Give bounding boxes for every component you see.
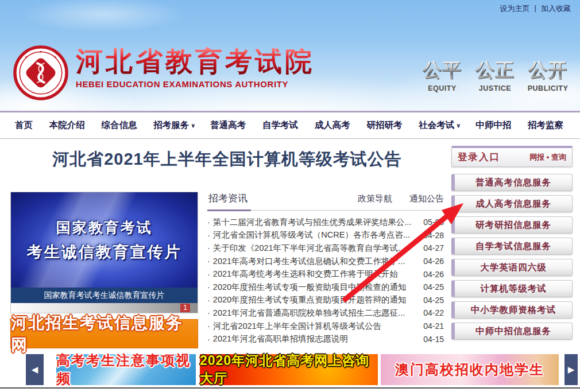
news-item-title: 河北省全国计算机等级考试（NCRE）各市各考点咨... [213, 230, 412, 240]
video-widget[interactable]: 国家教育考试 考生诚信教育宣传片 国家教育考试考生诚信教育宣传片 1 [10, 192, 198, 313]
news-item-title: 第十二届河北省教育考试与招生优秀成果评奖结果公... [213, 217, 412, 228]
sidebar: 登录入口 网报 • 查询 普通高考信息服务成人高考信息服务研考研招信息服务自学考… [451, 146, 573, 348]
banner-exam-notes-video-label: 高考考生注意事项视频 [56, 351, 196, 388]
nav-item-label: 自学考试 [262, 120, 298, 130]
news-item-date: 04-21 [417, 321, 444, 331]
nav-item-label: 中师中招 [475, 120, 511, 130]
news-item-date: 04-26 [417, 270, 444, 279]
sidebar-buttons: 普通高考信息服务成人高考信息服务研考研招信息服务自学考试信息服务大学英语四六级计… [451, 174, 573, 340]
bullet-icon: · [207, 218, 210, 227]
nav-item[interactable]: 成人高考 [315, 119, 352, 131]
main-column: 河北省2021年上半年全国计算机等级考试公告 国家教育考试 考生诚信教育宣传片 … [10, 146, 444, 348]
logo[interactable]: 河北省教育考试院 HEBEI EDUCATION EXAMINATIONS AU… [13, 45, 315, 101]
sidebar-service-button[interactable]: 中小学教师资格考试 [451, 301, 573, 319]
news-item[interactable]: · 2021年河北省普通高职院校单独考试招生二志愿征... 04-22 [207, 306, 444, 320]
nav-item[interactable]: 招考服务∨ [153, 119, 195, 131]
sidebar-service-button-label: 中小学教师资格考试 [471, 304, 556, 316]
news-item-date: 04-15 [417, 335, 444, 344]
set-home-link[interactable]: 设为主页 [500, 3, 530, 14]
news-item[interactable]: · 2020年度招生考试专项重点资助项目开题答辩的通知 04-25 [207, 294, 444, 307]
site-title-block: 河北省教育考试院 HEBEI EDUCATION EXAMINATIONS AU… [76, 45, 315, 89]
video-page-indicator[interactable]: 1 [180, 304, 190, 312]
sidebar-service-button[interactable]: 自学考试信息服务 [451, 238, 573, 255]
login-entry-box: 登录入口 网报 • 查询 [451, 146, 573, 167]
carousel-right-arrow-icon[interactable]: ▶ [564, 354, 578, 385]
news-item[interactable]: · 2021年高考统考考生选科和交费工作将于明天开始 04-26 [207, 267, 444, 281]
banner-macau-recruit-label: 澳门高校招收内地学生 [395, 360, 544, 379]
info-service-banner[interactable]: 河北招生考试信息服务网 [10, 319, 198, 348]
nav-item[interactable]: 普通高考 [210, 119, 248, 131]
nav-item-label: 招考服务 [153, 120, 189, 130]
motto-badge-en: EQUITY [420, 84, 464, 92]
sidebar-service-button[interactable]: 研考研招信息服务 [451, 216, 573, 234]
bullet-icon: · [207, 321, 210, 331]
bullet-icon: · [207, 243, 210, 253]
news-item[interactable]: · 2021年高考对口考生考试信息确认和交费工作将于... 04-26 [207, 255, 444, 268]
carousel-left-arrow-icon[interactable]: ◀ [26, 354, 44, 385]
nav-item[interactable]: 本院介绍 [49, 119, 87, 131]
motto-badge-cn: 公正 [473, 57, 517, 83]
motto-badge: 公平 EQUITY [420, 57, 464, 92]
news-item[interactable]: · 河北省全国计算机等级考试（NCRE）各市各考点咨... 04-28 [207, 229, 444, 242]
nav-item[interactable]: 研招研考 [366, 119, 404, 131]
news-item-title: 2020年度招生考试专项重点资助项目开题答辩的通知 [213, 294, 412, 305]
sidebar-service-button-label: 普通高考信息服务 [475, 177, 551, 189]
sidebar-service-button[interactable]: 普通高考信息服务 [451, 174, 573, 191]
nav-item[interactable]: 招考监察 [528, 119, 565, 131]
nav-item[interactable]: 综合信息 [102, 119, 139, 131]
news-tabs: 招考资讯 政策导航 通知公告 [207, 192, 444, 211]
news-panel: 招考资讯 政策导航 通知公告 · 第十二届河北省教育考试与招生优秀成果评奖结果公… [207, 192, 444, 348]
video-text-line2: 考生诚信教育宣传片 [27, 242, 182, 262]
login-report-query-links[interactable]: 网报 • 查询 [529, 152, 566, 162]
banner-online-consult-hall[interactable]: 2020年河北省高考网上咨询大厅 [200, 354, 378, 385]
nav-item-label: 普通高考 [210, 120, 246, 130]
nav-item-label: 首页 [15, 120, 33, 130]
nav-item[interactable]: 中师中招 [475, 119, 513, 131]
news-item-date: 04-25 [417, 282, 444, 292]
news-item-title: 关于印发《2021年下半年河北省高等教育自学考试... [213, 243, 412, 254]
nav-item[interactable]: 社会考试∨ [419, 119, 461, 131]
video-thumbnail[interactable]: 国家教育考试 考生诚信教育宣传片 [11, 192, 198, 288]
news-item[interactable]: · 关于印发《2021年下半年河北省高等教育自学考试... 04-27 [207, 242, 444, 255]
news-item[interactable]: · 2020年度招生考试专项一般资助项目中期检查的通知 04-25 [207, 281, 444, 294]
news-item-title: 2021年河北省高职单招填报志愿说明 [213, 333, 412, 344]
sidebar-service-button[interactable]: 中师中招信息服务 [451, 323, 573, 340]
sidebar-service-button[interactable]: 计算机等级考试 [451, 280, 573, 297]
tab-notices[interactable]: 通知公告 [409, 193, 444, 210]
sidebar-service-button-label: 自学考试信息服务 [475, 240, 551, 253]
news-item[interactable]: · 2021年河北省高职单招填报志愿说明 04-15 [207, 332, 444, 346]
site-subtitle: HEBEI EDUCATION EXAMINATIONS AUTHORITY [76, 79, 315, 89]
page-title[interactable]: 河北省2021年上半年全国计算机等级考试公告 [10, 148, 444, 171]
seal-logo-icon [13, 45, 69, 101]
video-caption[interactable]: 国家教育考试考生诚信教育宣传片 [11, 288, 198, 303]
motto-badge-en: PUBLICITY [526, 84, 570, 92]
bullet-icon: · [207, 296, 210, 305]
nav-item-label: 招考监察 [528, 120, 563, 130]
nav-item[interactable]: 自学考试 [262, 119, 300, 131]
sidebar-service-button[interactable]: 大学英语四六级 [451, 259, 573, 276]
sidebar-service-button-label: 成人高考信息服务 [475, 198, 551, 210]
sidebar-service-button[interactable]: 成人高考信息服务 [451, 195, 573, 212]
banner-macau-recruit[interactable]: 澳门高校招收内地学生 [381, 354, 559, 385]
motto-badge: 公开 PUBLICITY [526, 57, 570, 92]
add-favorite-link[interactable]: 加入收藏 [541, 3, 571, 14]
login-entry-label[interactable]: 登录入口 [458, 151, 500, 164]
main-nav: 首页本院介绍综合信息招考服务∨普通高考自学考试成人高考研招研考社会考试∨中师中招… [0, 111, 580, 139]
nav-item[interactable]: 首页 [15, 119, 34, 131]
sidebar-service-button-label: 中师中招信息服务 [475, 325, 551, 337]
header: 设为主页 | 加入收藏 河北省教育考试院 HEBEI EDUCATION EXA… [0, 0, 580, 111]
top-links: 设为主页 | 加入收藏 [500, 3, 571, 14]
news-item-title: 2021年高考统考考生选科和交费工作将于明天开始 [213, 269, 412, 280]
news-item-date: 04-22 [417, 308, 444, 317]
bullet-icon: · [207, 335, 210, 344]
nav-item-label: 综合信息 [102, 120, 137, 130]
banner-exam-notes-video[interactable]: 高考考生注意事项视频 [56, 354, 196, 385]
news-item[interactable]: · 第十二届河北省教育考试与招生优秀成果评奖结果公... 05-08 [207, 216, 444, 229]
video-column: 国家教育考试 考生诚信教育宣传片 国家教育考试考生诚信教育宣传片 1 河北招生考… [10, 192, 198, 348]
news-item-title: 河北省2021年上半年全国计算机等级考试公告 [213, 321, 412, 332]
tab-policy-guide[interactable]: 政策导航 [358, 193, 392, 210]
news-item-date: 04-26 [417, 257, 444, 266]
news-item[interactable]: · 河北省2021年上半年全国计算机等级考试公告 04-21 [207, 320, 444, 333]
nav-item-label: 研招研考 [366, 120, 402, 130]
tab-recruitment-news[interactable]: 招考资讯 [207, 192, 251, 211]
